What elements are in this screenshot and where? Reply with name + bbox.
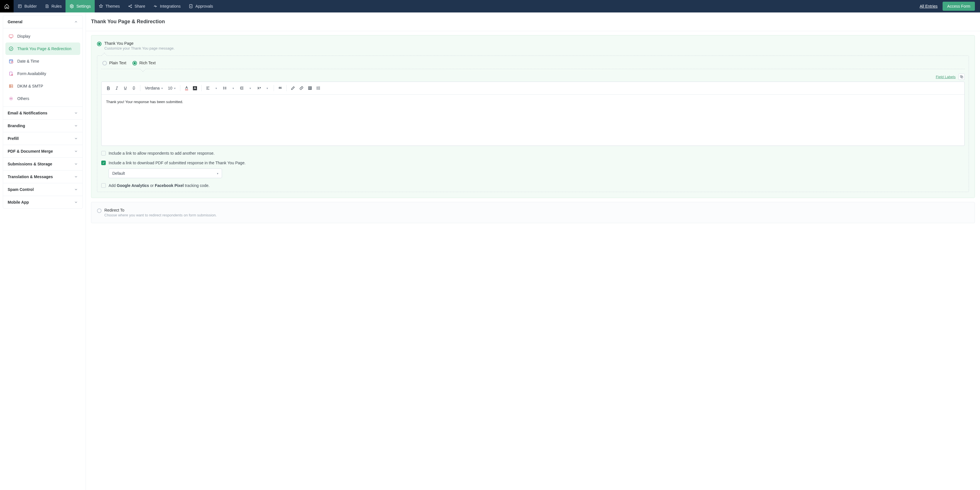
section-pdf-merge[interactable]: PDF & Document Merge (3, 145, 83, 158)
rich-text-editor: Verdana ▾ 10 ▾ (101, 82, 965, 146)
nav-rules[interactable]: Rules (41, 0, 66, 13)
section-label: PDF & Document Merge (8, 149, 53, 154)
chevron-down-icon (74, 149, 78, 153)
italic-button[interactable] (113, 84, 121, 92)
link-button[interactable] (298, 84, 305, 92)
option-subtitle: Customize your Thank You page message. (104, 46, 175, 51)
underline-button[interactable] (121, 84, 129, 92)
chevron-down-icon (74, 162, 78, 166)
indent-more-button[interactable]: ▾ (247, 84, 255, 92)
sidebar-item-others[interactable]: Others (5, 92, 80, 105)
chevron-up-icon (74, 20, 78, 24)
chevron-down-icon: ▾ (267, 87, 268, 90)
themes-icon (99, 4, 103, 8)
section-label: Submissions & Storage (8, 162, 52, 166)
sidebar-item-thank-you[interactable]: Thank You Page & Redirection (5, 43, 80, 55)
section-translation[interactable]: Translation & Messages (3, 171, 83, 183)
section-spam[interactable]: Spam Control (3, 183, 83, 196)
font-value: Verdana (145, 86, 160, 90)
table-button[interactable] (306, 84, 314, 92)
radio-redirect-to[interactable] (97, 208, 102, 213)
checkbox-add-another[interactable] (101, 151, 106, 155)
radio-plain-text[interactable]: Plain Text (102, 60, 126, 65)
bg-color-button[interactable] (191, 84, 199, 92)
section-label: Prefill (8, 136, 19, 141)
sidebar-item-dkim-smtp[interactable]: DKIM & SMTP (5, 80, 80, 92)
nav-themes[interactable]: Themes (95, 0, 124, 13)
bold-button[interactable] (104, 84, 112, 92)
editor-body[interactable]: Thank you! Your response has been submit… (102, 95, 964, 146)
checkbox-tracking[interactable] (101, 183, 106, 188)
main-panel: Thank You Page & Redirection Thank You P… (86, 13, 980, 490)
svg-rect-22 (185, 89, 188, 90)
list-button[interactable] (221, 84, 229, 92)
radio-thank-you-page[interactable] (97, 42, 102, 46)
home-icon (4, 4, 10, 9)
script-button[interactable] (255, 84, 263, 92)
availability-icon (8, 71, 14, 76)
thank-you-card: Thank You Page Customize your Thank You … (91, 35, 975, 198)
sidebar-item-label: Others (17, 96, 29, 101)
section-branding[interactable]: Branding (3, 119, 83, 132)
list-more-button[interactable]: ▾ (229, 84, 237, 92)
page-title: Thank You Page & Redirection (86, 13, 980, 31)
radio-rich-text[interactable]: Rich Text (132, 60, 155, 65)
nav-label: Settings (76, 4, 91, 8)
checkbox-download-pdf[interactable]: ✓ (101, 160, 106, 165)
all-entries-link[interactable]: All Entries (920, 4, 937, 8)
access-form-button[interactable]: Access Form (943, 2, 975, 11)
svg-point-7 (9, 47, 13, 51)
section-general[interactable]: General (3, 16, 83, 29)
svg-point-4 (131, 7, 132, 8)
section-mobile-app[interactable]: Mobile App (3, 196, 83, 208)
section-prefill[interactable]: Prefill (3, 132, 83, 145)
radio-icon (132, 61, 137, 65)
builder-icon (18, 4, 22, 8)
align-more-button[interactable]: ▾ (212, 84, 220, 92)
nav-integrations[interactable]: Integrations (149, 0, 185, 13)
nav-builder[interactable]: Builder (14, 0, 41, 13)
insert-icon (960, 75, 963, 78)
checkbox-label: Include a link to download PDF of submit… (108, 160, 245, 165)
home-button[interactable] (0, 0, 14, 13)
redirect-card: Redirect To Choose where you want to red… (91, 202, 975, 223)
quote-button[interactable] (276, 84, 284, 92)
section-submissions-storage[interactable]: Submissions & Storage (3, 158, 83, 171)
line-height-button[interactable] (315, 84, 322, 92)
sidebar-item-date-time[interactable]: Date & Time (5, 55, 80, 67)
section-label: Translation & Messages (8, 174, 53, 179)
indent-button[interactable] (238, 84, 246, 92)
strike-button[interactable] (130, 84, 138, 92)
nav-settings[interactable]: Settings (65, 0, 95, 13)
field-labels-link[interactable]: Field Labels (936, 75, 956, 79)
clear-format-button[interactable] (289, 84, 297, 92)
pdf-template-select[interactable]: Default ▾ (108, 168, 222, 178)
text-mode-row: Plain Text Rich Text (101, 60, 965, 69)
radio-label: Rich Text (139, 60, 155, 65)
sidebar-item-display[interactable]: Display (5, 30, 80, 43)
font-size-select[interactable]: 10 ▾ (165, 84, 178, 92)
font-family-select[interactable]: Verdana ▾ (143, 84, 165, 92)
sidebar-item-availability[interactable]: Form Availability (5, 67, 80, 80)
option-title: Thank You Page (104, 41, 175, 46)
option-title: Redirect To (104, 208, 216, 212)
section-email-notifications[interactable]: Email & Notifications (3, 107, 83, 119)
text-color-button[interactable] (183, 84, 191, 92)
align-button[interactable] (204, 84, 212, 92)
insert-field-button[interactable] (958, 74, 965, 80)
nav-label: Share (135, 4, 145, 8)
chevron-down-icon: ▾ (174, 87, 175, 90)
size-value: 10 (168, 86, 172, 90)
sidebar-item-label: Form Availability (17, 71, 46, 76)
thank-you-config: Plain Text Rich Text Field Labels (97, 56, 969, 192)
nav-label: Themes (105, 4, 120, 8)
option-subtitle: Choose where you want to redirect respon… (104, 213, 216, 217)
script-more-button[interactable]: ▾ (263, 84, 271, 92)
chevron-down-icon (74, 175, 78, 179)
chevron-down-icon: ▾ (215, 87, 217, 90)
nav-approvals[interactable]: Approvals (185, 0, 217, 13)
top-nav: Builder Rules Settings Themes Share Inte… (0, 0, 980, 13)
nav-share[interactable]: Share (124, 0, 149, 13)
svg-point-19 (12, 98, 12, 99)
bg-color-icon (192, 86, 197, 90)
